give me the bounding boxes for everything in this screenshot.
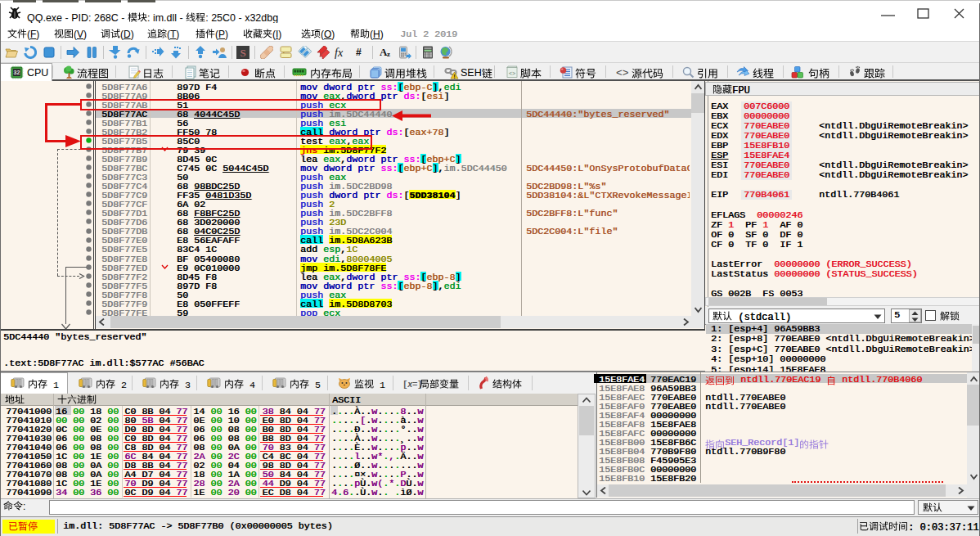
svg-text:<>: <> bbox=[616, 67, 629, 79]
svg-text:S: S bbox=[240, 47, 245, 59]
svg-text:z: z bbox=[387, 50, 390, 58]
svg-text:fx: fx bbox=[335, 47, 344, 59]
svg-text:<>: <> bbox=[509, 70, 515, 76]
svg-text:32: 32 bbox=[14, 70, 20, 75]
svg-text:#: # bbox=[356, 47, 362, 58]
svg-text:!: ! bbox=[453, 74, 455, 79]
